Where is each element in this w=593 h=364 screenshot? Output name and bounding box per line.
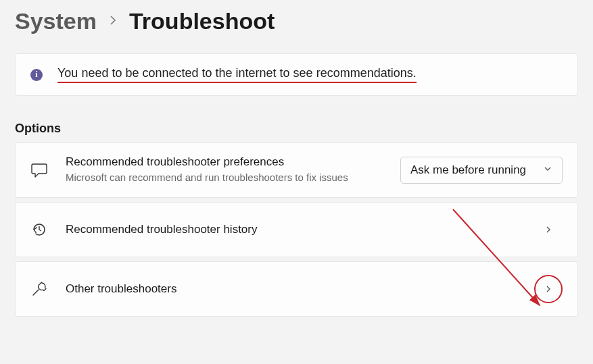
preferences-subtitle: Microsoft can recommend and run troubles…	[66, 171, 350, 184]
preferences-row: Recommended troubleshooter preferences M…	[15, 142, 578, 198]
chat-bubble-icon	[30, 161, 48, 179]
offline-alert: i You need to be connected to the intern…	[15, 53, 578, 96]
options-heading: Options	[15, 122, 578, 136]
other-troubleshooters-row[interactable]: Other troubleshooters	[15, 261, 578, 317]
chevron-right-icon	[534, 215, 563, 244]
preferences-title: Recommended troubleshooter preferences	[66, 155, 383, 169]
preferences-dropdown-value: Ask me before running	[410, 163, 526, 177]
history-icon	[30, 221, 48, 238]
alert-message: You need to be connected to the internet…	[57, 66, 417, 83]
breadcrumb-parent[interactable]: System	[15, 8, 97, 34]
breadcrumb: System Troubleshoot	[15, 8, 578, 34]
wrench-icon	[30, 280, 48, 298]
page-title: Troubleshoot	[129, 8, 275, 34]
chevron-right-icon	[534, 275, 563, 303]
preferences-dropdown[interactable]: Ask me before running	[400, 157, 563, 184]
chevron-down-icon	[543, 163, 552, 177]
chevron-right-icon	[109, 15, 117, 28]
history-row[interactable]: Recommended troubleshooter history	[15, 202, 578, 257]
other-title: Other troubleshooters	[66, 282, 517, 296]
history-title: Recommended troubleshooter history	[66, 223, 517, 236]
info-icon: i	[30, 69, 43, 81]
